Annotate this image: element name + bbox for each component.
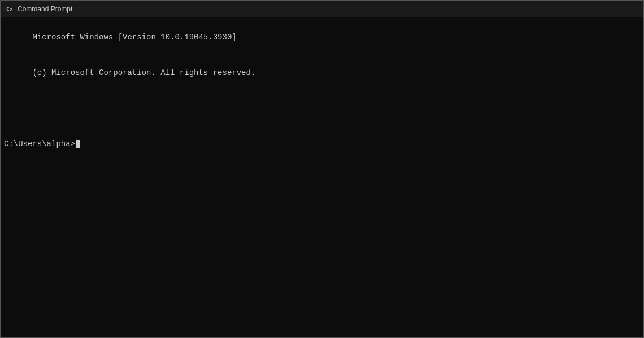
cmd-window: C> Command Prompt Microsoft Windows [Ver… [0,0,644,338]
terminal-line2: (c) Microsoft Corporation. All rights re… [32,68,255,77]
titlebar: C> Command Prompt [1,1,643,17]
terminal-line1: Microsoft Windows [Version 10.0.19045.39… [32,33,236,42]
svg-text:C>: C> [6,6,13,12]
cmd-icon: C> [5,5,14,14]
titlebar-title: Command Prompt [18,5,72,13]
terminal-cursor [76,140,80,148]
terminal-output: Microsoft Windows [Version 10.0.19045.39… [4,20,640,174]
terminal-body[interactable]: Microsoft Windows [Version 10.0.19045.39… [1,17,643,337]
prompt-line[interactable]: C:\Users\alpha> [4,138,640,150]
terminal-prompt: C:\Users\alpha> [4,138,75,150]
